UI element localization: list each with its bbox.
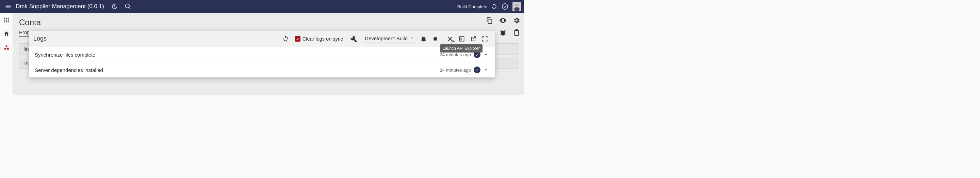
tooltip: Launch API Explorer (440, 44, 482, 53)
build-status-text: Build Complete (457, 4, 487, 9)
svg-point-15 (4, 48, 6, 50)
log-time: 24 minutes ago (440, 52, 471, 57)
avatar[interactable] (512, 2, 521, 11)
open-new-icon[interactable] (469, 34, 478, 43)
left-rail (0, 13, 13, 95)
svg-rect-8 (8, 18, 8, 19)
svg-rect-9 (4, 20, 5, 21)
build-select-label: Development Build (365, 35, 408, 41)
svg-rect-10 (6, 20, 7, 21)
log-message: Synchronize files complete (35, 52, 440, 58)
svg-rect-16 (6, 48, 8, 50)
visibility-icon[interactable] (499, 16, 507, 24)
svg-rect-11 (8, 20, 8, 21)
svg-rect-20 (434, 37, 437, 40)
logs-header: Logs Clear logs on sync Development Buil… (29, 31, 495, 47)
cursor-icon (450, 40, 456, 46)
log-time: 24 minutes ago (440, 67, 471, 73)
expand-icon[interactable] (482, 66, 489, 73)
log-message: Server dependencies installed (35, 67, 440, 73)
shapes-icon[interactable] (3, 44, 10, 51)
logs-panel: Logs Clear logs on sync Development Buil… (29, 31, 495, 77)
success-badge-icon (474, 66, 480, 73)
svg-rect-13 (6, 21, 7, 22)
appbar: Dmk Supplier Management (0.0.1) Build Co… (0, 0, 524, 13)
svg-rect-12 (4, 21, 5, 22)
page-title: Conta (19, 18, 518, 27)
svg-rect-7 (6, 18, 7, 19)
launch-api-explorer-icon[interactable] (457, 34, 466, 43)
build-select[interactable]: Development Build (364, 35, 415, 43)
menu-icon[interactable] (3, 1, 14, 12)
sync-logs-icon[interactable] (282, 34, 290, 43)
clipboard-icon[interactable] (512, 29, 520, 37)
svg-rect-6 (4, 18, 5, 19)
settings-icon[interactable] (512, 16, 520, 24)
wrench-icon[interactable] (349, 34, 358, 43)
bug-icon[interactable] (499, 29, 507, 37)
history-icon[interactable] (109, 1, 120, 12)
svg-rect-17 (488, 19, 492, 24)
search-icon[interactable] (123, 1, 134, 12)
svg-point-0 (502, 4, 508, 10)
fullscreen-icon[interactable] (480, 34, 489, 43)
bug-report-icon[interactable] (419, 34, 428, 43)
sync-icon[interactable] (488, 1, 500, 12)
logs-title: Logs (33, 35, 47, 42)
svg-rect-19 (515, 30, 517, 31)
log-entry: Synchronize files complete 24 minutes ag… (29, 47, 495, 63)
check-circle-icon[interactable] (500, 1, 511, 12)
stop-icon[interactable] (431, 34, 440, 43)
home-icon[interactable] (3, 30, 10, 37)
clear-logs-checkbox[interactable] (295, 36, 301, 42)
apps-icon[interactable] (3, 16, 10, 24)
app-title: Dmk Supplier Management (0.0.1) (14, 3, 106, 10)
svg-rect-14 (8, 21, 8, 22)
svg-rect-3 (514, 8, 520, 11)
expand-icon[interactable] (482, 51, 489, 58)
clear-logs-label: Clear logs on sync (302, 36, 343, 42)
log-entry: Server dependencies installed 24 minutes… (29, 63, 495, 77)
copy-icon[interactable] (485, 16, 493, 24)
